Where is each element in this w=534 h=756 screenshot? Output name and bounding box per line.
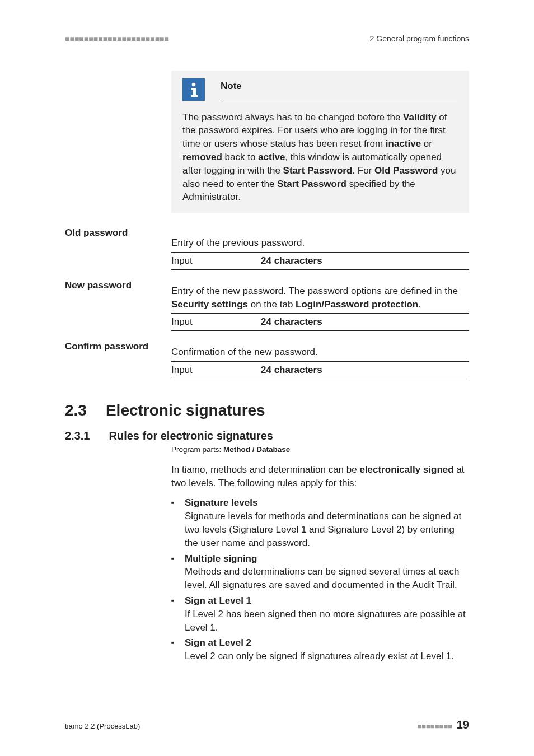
note-title: Note [221, 80, 457, 99]
svg-rect-3 [191, 95, 198, 97]
input-constraint-row: Input 24 characters [171, 361, 469, 379]
section-heading: 2.3 Electronic signatures [65, 399, 469, 421]
field-description: Entry of the previous password. [171, 236, 469, 250]
section-title: Electronic signatures [106, 399, 265, 421]
field-description: Confirmation of the new password. [171, 346, 469, 359]
input-label: Input [171, 363, 261, 377]
bullet-body: Level 2 can only be signed if signatures… [185, 651, 454, 661]
list-item: Multiple signing Methods and determinati… [171, 552, 469, 592]
input-value: 24 characters [261, 315, 322, 329]
list-item: Sign at Level 2 Level 2 can only be sign… [171, 636, 469, 663]
header-right-title: 2 General program functions [370, 34, 469, 45]
list-item: Signature levels Signature levels for me… [171, 496, 469, 549]
footer-right: ■■■■■■■■ 19 [417, 717, 469, 732]
field-label: Confirm password [65, 340, 171, 379]
input-label: Input [171, 315, 261, 329]
subsection-heading: 2.3.1 Rules for electronic signatures [65, 428, 469, 444]
field-new-password: New password Entry of the new password. … [65, 279, 469, 331]
rules-list: Signature levels Signature levels for me… [171, 496, 469, 663]
field-label: New password [65, 279, 171, 331]
info-icon [182, 78, 205, 101]
page-header: ■■■■■■■■■■■■■■■■■■■■■■ 2 General program… [65, 34, 469, 45]
field-confirm-password: Confirm password Confirmation of the new… [65, 340, 469, 379]
program-parts-line: Program parts: Method / Database [171, 445, 469, 455]
section-number: 2.3 [65, 399, 87, 421]
input-label: Input [171, 254, 261, 268]
field-description: Entry of the new password. The password … [171, 284, 469, 311]
bullet-heading: Sign at Level 2 [185, 636, 469, 650]
intro-paragraph: In tiamo, methods and determination can … [171, 463, 469, 490]
subsection-number: 2.3.1 [65, 428, 90, 444]
note-callout: Note The password always has to be chang… [171, 71, 469, 213]
footer-left: tiamo 2.2 (ProcessLab) [65, 721, 140, 731]
page-footer: tiamo 2.2 (ProcessLab) ■■■■■■■■ 19 [65, 717, 469, 732]
list-item: Sign at Level 1 If Level 2 has been sign… [171, 594, 469, 634]
input-value: 24 characters [261, 254, 322, 268]
field-old-password: Old password Entry of the previous passw… [65, 226, 469, 270]
subsection-title: Rules for electronic signatures [109, 428, 273, 444]
note-header: Note [182, 78, 457, 101]
input-constraint-row: Input 24 characters [171, 252, 469, 270]
input-value: 24 characters [261, 363, 322, 377]
bullet-heading: Multiple signing [185, 552, 469, 566]
bullet-body: If Level 2 has been signed then no more … [185, 609, 466, 633]
bullet-heading: Signature levels [185, 496, 469, 510]
page-number: 19 [457, 718, 469, 731]
header-left-bars: ■■■■■■■■■■■■■■■■■■■■■■ [65, 34, 169, 45]
bullet-body: Methods and determinations can be signed… [185, 566, 459, 590]
field-label: Old password [65, 226, 171, 270]
note-body: The password always has to be changed be… [182, 111, 457, 204]
input-constraint-row: Input 24 characters [171, 313, 469, 331]
footer-bars: ■■■■■■■■ [417, 722, 452, 730]
bullet-body: Signature levels for methods and determi… [185, 511, 461, 548]
bullet-heading: Sign at Level 1 [185, 594, 469, 608]
svg-point-0 [192, 82, 196, 86]
